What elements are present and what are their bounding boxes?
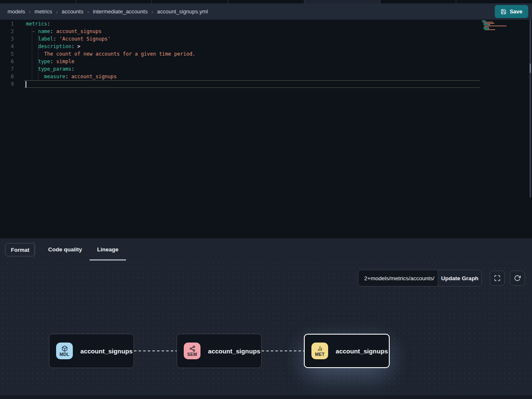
editor-file-tab[interactable] — [152, 0, 228, 3]
editor-file-tab[interactable] — [76, 0, 152, 3]
node-label: account_signups — [80, 348, 133, 355]
breadcrumb-chevron-icon: › — [87, 8, 89, 15]
breadcrumb-item[interactable]: accounts — [62, 8, 83, 15]
text-cursor — [26, 81, 26, 87]
code-line[interactable]: 8 measure: account_signups — [0, 73, 480, 80]
node-label: account_signups — [208, 348, 260, 355]
lineage-node[interactable]: MDLaccount_signups — [49, 334, 134, 368]
line-number: 2 — [0, 28, 14, 35]
selector-group: 2+models/metrics/accounts/ Update Graph — [358, 270, 482, 286]
indent-guide — [38, 35, 39, 80]
line-number: 1 — [0, 20, 14, 28]
breadcrumb-item[interactable]: metrics — [35, 8, 52, 15]
editor-file-tab[interactable] — [0, 0, 76, 3]
line-number: 4 — [0, 43, 14, 50]
fullscreen-button[interactable] — [490, 271, 505, 286]
save-icon — [501, 9, 506, 15]
line-number: 5 — [0, 50, 14, 58]
editor-file-tab[interactable] — [380, 0, 457, 3]
cube-icon: MDL — [56, 343, 73, 359]
line-number: 9 — [0, 80, 14, 88]
lineage-node[interactable]: SEMaccount_signups — [177, 334, 262, 368]
lineage-edge — [262, 350, 304, 351]
bottom-panel: Format Code qualityLineage 2+models/metr… — [0, 238, 532, 399]
code-lines: 1metrics:2 - name: account_signups3 labe… — [0, 20, 480, 88]
panel-bottom-strip — [0, 395, 532, 399]
code-editor[interactable]: 1metrics:2 - name: account_signups3 labe… — [0, 20, 532, 238]
line-number: 3 — [0, 35, 14, 43]
lineage-edge — [134, 350, 177, 351]
breadcrumb: models›metrics›accounts›intermediate_acc… — [8, 8, 208, 15]
lineage-graph[interactable]: 2+models/metrics/accounts/ Update Graph … — [0, 261, 532, 399]
top-tab-strip — [0, 0, 532, 3]
save-button-label: Save — [510, 8, 522, 15]
refresh-icon — [514, 275, 521, 281]
code-line[interactable]: 5 The count of new accounts for a given … — [0, 50, 480, 58]
code-line[interactable]: 6 type: simple — [0, 58, 480, 65]
line-number: 7 — [0, 65, 14, 73]
indent-guide — [32, 28, 32, 80]
code-line[interactable]: 1metrics: — [0, 20, 480, 28]
breadcrumb-item[interactable]: models — [8, 8, 25, 15]
bar-chart-icon: MET — [311, 343, 328, 359]
selector-input[interactable]: 2+models/metrics/accounts/ — [358, 270, 438, 286]
code-line[interactable]: 3 label: 'Account Signups' — [0, 35, 480, 43]
breadcrumb-item[interactable]: account_signups.yml — [157, 8, 208, 15]
breadcrumb-item[interactable]: intermediate_accounts — [93, 8, 148, 15]
minimap[interactable] — [482, 20, 508, 32]
tab-lineage[interactable]: Lineage — [90, 238, 126, 261]
panel-tabs: Code qualityLineage — [41, 238, 126, 261]
editor-file-tab[interactable] — [228, 0, 304, 3]
code-line[interactable]: 7 type_params: — [0, 65, 480, 73]
fullscreen-icon — [494, 275, 501, 281]
node-label: account_signups — [336, 348, 388, 355]
format-button[interactable]: Format — [5, 243, 35, 256]
network-icon: SEM — [184, 343, 200, 359]
tab-code-quality[interactable]: Code quality — [41, 238, 90, 261]
editor-scrollbar-thumb[interactable] — [529, 64, 531, 73]
lineage-node[interactable]: METaccount_signups — [304, 334, 390, 368]
update-graph-button[interactable]: Update Graph — [438, 270, 481, 286]
breadcrumb-chevron-icon: › — [29, 8, 31, 15]
line-number: 8 — [0, 73, 14, 80]
breadcrumb-chevron-icon: › — [56, 8, 58, 15]
save-button[interactable]: Save — [495, 5, 528, 18]
line-number: 6 — [0, 58, 14, 65]
refresh-button[interactable] — [510, 271, 525, 286]
editor-file-tab[interactable] — [456, 0, 532, 3]
ide-window: models›metrics›accounts›intermediate_acc… — [0, 0, 532, 399]
editor-file-tab[interactable] — [304, 0, 380, 3]
code-line[interactable]: 9 — [0, 80, 480, 88]
breadcrumb-bar: models›metrics›accounts›intermediate_acc… — [0, 3, 532, 20]
header-divider — [34, 241, 34, 259]
breadcrumb-chevron-icon: › — [152, 8, 154, 15]
code-line[interactable]: 2 - name: account_signups — [0, 28, 480, 35]
editor-scrollbar[interactable] — [529, 20, 531, 197]
code-line[interactable]: 4 description: > — [0, 43, 480, 50]
panel-header: Format Code qualityLineage — [0, 238, 532, 261]
